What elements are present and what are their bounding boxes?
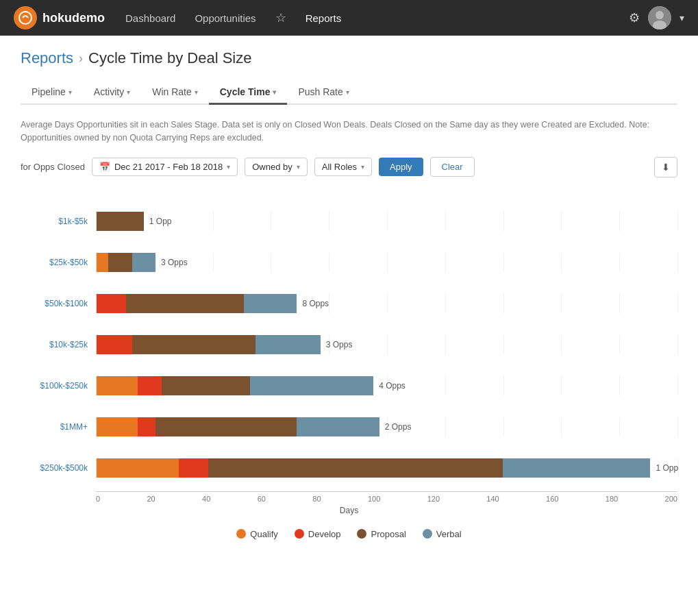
calendar-icon: 📅 bbox=[99, 162, 110, 172]
bar-segment bbox=[503, 458, 650, 478]
apply-button[interactable]: Apply bbox=[379, 158, 423, 176]
bar-segment bbox=[132, 335, 256, 354]
roles-label: All Roles bbox=[322, 162, 357, 172]
tab-bar: Pipeline ▾ Activity ▾ Win Rate ▾ Cycle T… bbox=[21, 81, 677, 105]
bar-opps-label: 1 Opp bbox=[656, 463, 678, 473]
bar-segment bbox=[97, 417, 138, 436]
nav-reports[interactable]: Reports bbox=[306, 12, 342, 24]
chart-row-label: $25k-$50k bbox=[21, 258, 96, 267]
nav-dashboard[interactable]: Dashboard bbox=[125, 12, 175, 24]
bar-opps-label: 4 Opps bbox=[379, 381, 406, 391]
brand-logo-link[interactable]: hokudemo bbox=[14, 6, 105, 29]
chart-row: $250k-$500k 1 Opp bbox=[21, 447, 677, 489]
legend-label: Verbal bbox=[436, 529, 462, 539]
legend-label: Qualify bbox=[250, 529, 277, 539]
star-icon[interactable]: ☆ bbox=[275, 10, 286, 25]
tab-push-rate-caret: ▾ bbox=[346, 88, 349, 96]
owned-by-caret: ▾ bbox=[297, 163, 300, 171]
tab-pipeline[interactable]: Pipeline ▾ bbox=[21, 81, 83, 105]
clear-button[interactable]: Clear bbox=[430, 157, 475, 177]
breadcrumb-parent-link[interactable]: Reports bbox=[21, 49, 73, 67]
chart-row-label: $100k-$250k bbox=[21, 381, 96, 391]
tab-cycle-time[interactable]: Cycle Time ▾ bbox=[209, 81, 288, 105]
settings-gear-icon[interactable]: ⚙ bbox=[629, 10, 640, 25]
chart-row: $1MM+ 2 Opps bbox=[21, 406, 677, 447]
bar-opps-label: 3 Opps bbox=[326, 340, 353, 349]
owned-by-label: Owned by bbox=[252, 162, 292, 172]
chart-row-label: $1k-$5k bbox=[21, 217, 96, 226]
brand-logo-icon bbox=[14, 6, 37, 29]
bar-opps-label: 2 Opps bbox=[385, 422, 412, 432]
x-axis-label: 180 bbox=[606, 495, 618, 503]
chart-row: $100k-$250k 4 Opps bbox=[21, 365, 677, 406]
tab-push-rate[interactable]: Push Rate ▾ bbox=[287, 81, 360, 105]
chart-row-label: $250k-$500k bbox=[21, 463, 96, 473]
x-axis-label: 60 bbox=[258, 495, 266, 503]
breadcrumb-current: Cycle Time by Deal Size bbox=[88, 49, 251, 67]
bar-opps-label: 8 Opps bbox=[302, 299, 329, 308]
navbar-right: ⚙ ▾ bbox=[629, 6, 684, 29]
svg-point-2 bbox=[656, 11, 664, 19]
x-axis-label: 140 bbox=[486, 495, 499, 503]
chart-row-label: $1MM+ bbox=[21, 422, 96, 432]
bar-opps-label: 1 Opp bbox=[149, 217, 172, 226]
bar-segment bbox=[250, 376, 374, 395]
bar-segment bbox=[255, 335, 321, 354]
tab-pipeline-caret: ▾ bbox=[68, 88, 72, 96]
bar-segment bbox=[138, 417, 155, 436]
chart-row: $1k-$5k 1 Opp bbox=[21, 201, 677, 242]
date-picker-caret: ▾ bbox=[227, 163, 230, 171]
bar-segment bbox=[244, 294, 297, 313]
breadcrumb: Reports › Cycle Time by Deal Size bbox=[21, 49, 677, 67]
filter-row: for Opps Closed 📅 Dec 21 2017 - Feb 18 2… bbox=[21, 157, 677, 177]
navbar: hokudemo Dashboard Opportunities ☆ Repor… bbox=[0, 0, 698, 36]
legend-item: Verbal bbox=[423, 529, 462, 539]
avatar-dropdown-caret[interactable]: ▾ bbox=[680, 12, 684, 23]
chart-row: $50k-$100k 8 Opps bbox=[21, 283, 677, 324]
tab-activity[interactable]: Activity ▾ bbox=[83, 81, 141, 105]
chart-container: $1k-$5k 1 Opp $25k-$50k 3 Opps $50k-$1 bbox=[21, 194, 677, 553]
user-avatar[interactable] bbox=[648, 6, 671, 29]
bar-segment bbox=[162, 376, 250, 395]
bar-segment bbox=[179, 458, 208, 478]
tab-win-rate[interactable]: Win Rate ▾ bbox=[141, 81, 209, 105]
bar-segment bbox=[126, 294, 244, 313]
legend-label: Develop bbox=[308, 529, 341, 539]
x-axis-label: 200 bbox=[665, 495, 677, 503]
legend-label: Proposal bbox=[371, 529, 406, 539]
x-axis-label: 160 bbox=[546, 495, 558, 503]
download-button[interactable]: ⬇ bbox=[654, 157, 677, 177]
bar-segment bbox=[155, 417, 297, 436]
svg-point-0 bbox=[19, 12, 32, 24]
legend-item: Proposal bbox=[357, 529, 406, 539]
legend-color-dot bbox=[423, 529, 432, 539]
x-axis-label: 40 bbox=[202, 495, 210, 503]
bar-segment bbox=[97, 335, 132, 354]
page-content: Reports › Cycle Time by Deal Size Pipeli… bbox=[0, 36, 698, 567]
bar-segment bbox=[108, 253, 132, 272]
roles-select[interactable]: All Roles ▾ bbox=[314, 158, 372, 176]
brand-name: hokudemo bbox=[42, 11, 105, 25]
download-icon: ⬇ bbox=[662, 162, 670, 173]
date-range-value: Dec 21 2017 - Feb 18 2018 bbox=[114, 162, 223, 172]
chart-row: $25k-$50k 3 Opps bbox=[21, 242, 677, 283]
report-description: Average Days Opportunities sit in each S… bbox=[21, 119, 677, 145]
owned-by-select[interactable]: Owned by ▾ bbox=[245, 158, 308, 176]
navbar-links: Dashboard Opportunities ☆ Reports bbox=[125, 10, 608, 25]
chart-area: $1k-$5k 1 Opp $25k-$50k 3 Opps $50k-$1 bbox=[21, 201, 677, 515]
nav-opportunities[interactable]: Opportunities bbox=[195, 12, 255, 24]
bar-segment bbox=[97, 294, 126, 313]
bar-segment bbox=[97, 212, 144, 231]
bar-segment bbox=[97, 253, 108, 272]
date-range-picker[interactable]: 📅 Dec 21 2017 - Feb 18 2018 ▾ bbox=[92, 158, 238, 176]
legend-color-dot bbox=[236, 529, 246, 539]
x-axis-label: 20 bbox=[147, 495, 155, 503]
chart-row-label: $10k-$25k bbox=[21, 340, 96, 349]
tab-win-rate-caret: ▾ bbox=[195, 88, 198, 96]
roles-caret: ▾ bbox=[361, 163, 364, 171]
bar-segment bbox=[97, 376, 138, 395]
legend-color-dot bbox=[357, 529, 366, 539]
chart-legend: Qualify Develop Proposal Verbal bbox=[21, 529, 677, 539]
x-axis-label: 120 bbox=[427, 495, 440, 503]
legend-color-dot bbox=[295, 529, 304, 539]
